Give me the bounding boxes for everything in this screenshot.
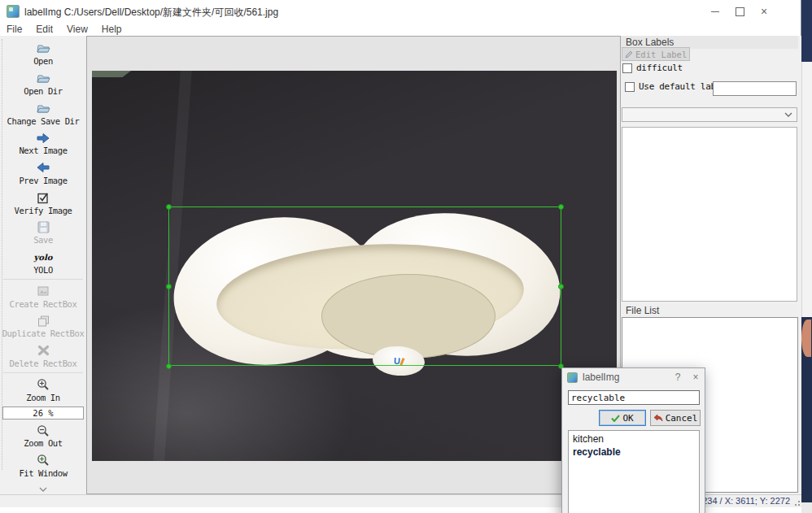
next-image-arrow-icon [37,131,50,145]
background-bottom-corner [801,502,812,513]
label-dialog: labelImg ? × OK Cancel kitchen recyclabl… [561,367,705,513]
bbox-handle-mid-right[interactable] [558,284,564,289]
zoom-out-magnifier-icon [37,424,50,437]
bbox-handle-bottom-left[interactable] [166,363,172,369]
toolbar-label: Zoom Out [24,438,62,448]
menu-help[interactable]: Help [95,24,129,35]
toolbar-label: Fit Window [19,468,67,478]
toolbar-button-change-save-dir[interactable]: Change Save Dir [0,98,86,128]
use-default-label-row: Use default label [625,81,726,92]
bbox-handle-mid-left[interactable] [166,284,172,289]
toolbar-label: Change Save Dir [7,116,80,126]
edit-label-text: Edit Label [635,50,687,59]
use-default-label-checkbox[interactable] [625,82,635,92]
labelimg-app-icon [7,5,20,18]
toolbar-button-create-rectbox[interactable]: Create RectBox [0,281,86,311]
minimize-button[interactable] [703,0,727,23]
toolbar-label: Zoom In [26,393,59,402]
toolbar-button-open-dir[interactable]: Open Dir [0,69,86,99]
box-labels-list[interactable] [622,127,797,302]
verify-check-icon [37,191,50,205]
resize-grip[interactable] [792,498,800,506]
toolbar-button-open[interactable]: Open [0,39,86,69]
toolbar-label: Save [33,235,53,245]
close-icon: × [761,6,767,17]
bbox-handle-top-left[interactable] [166,204,172,210]
toolbar-button-save[interactable]: Save [0,218,86,248]
maximize-icon [736,7,744,16]
open-dir-folder-icon [36,72,50,85]
background-light-middle [801,62,812,317]
toolbar-button-fit-window[interactable]: Fit Window [0,450,86,480]
default-label-input[interactable] [713,81,797,96]
fit-window-magnifier-icon [37,454,50,467]
chevron-down-icon [784,112,792,117]
file-list-header[interactable]: File List [621,304,798,317]
labelimg-dialog-icon [567,372,578,383]
ok-check-icon [611,415,620,422]
dialog-close-button[interactable]: × [687,372,705,383]
toolbar-label: Prev Image [19,176,67,185]
annotation-bbox[interactable] [168,207,561,366]
menu-view[interactable]: View [60,24,95,35]
toolbar-label: Open [33,56,53,66]
menubar: File Edit View Help [0,23,801,36]
difficult-checkbox[interactable] [622,63,632,73]
difficult-label: difficult [636,63,683,73]
toolbar-button-yolo[interactable]: yolo YOLO [0,248,86,278]
difficult-row: difficult [622,63,683,73]
toolbar-button-duplicate-rectbox[interactable]: Duplicate RectBox [0,311,86,341]
background-dark-top [801,0,812,62]
close-button[interactable]: × [752,0,776,23]
ok-button[interactable]: OK [599,410,646,426]
toolbar: Open Open Dir Change Save Dir Next Image [0,36,86,494]
window-title: labelImg C:/Users/Dell/Desktop/新建文件夹/可回收… [24,6,278,20]
toolbar-label: Create RectBox [10,299,77,309]
label-name-input[interactable] [568,390,700,405]
label-choice-list[interactable]: kitchen recyclable [568,430,700,513]
pencil-icon [624,50,634,59]
window-controls: × [703,0,776,23]
background-photo-fragment [801,320,811,357]
menu-file[interactable]: File [0,24,29,35]
label-choice-recyclable[interactable]: recyclable [569,446,699,459]
yolo-icon: yolo [34,250,53,264]
toolbar-label: Open Dir [24,86,62,96]
label-combobox[interactable] [622,107,797,122]
zoom-percentage-input[interactable]: 26 % [2,406,84,420]
toolbar-separator [3,372,83,373]
toolbar-button-zoom-out[interactable]: Zoom Out [0,421,86,451]
toolbar-button-zoom-in[interactable]: Zoom In [0,375,86,405]
toolbar-label: Verify Image [14,206,72,215]
change-save-dir-folder-icon [36,102,50,115]
toolbar-button-delete-rectbox[interactable]: Delete RectBox [0,341,86,372]
toolbar-button-next-image[interactable]: Next Image [0,128,86,159]
duplicate-rectbox-icon [37,314,50,328]
maximize-button[interactable] [727,0,752,23]
dialog-title: labelImg [583,372,669,383]
background-dark-bottom [801,317,812,502]
cancel-label: Cancel [666,413,698,424]
ok-label: OK [622,413,633,424]
delete-rectbox-x-icon [37,344,50,358]
bbox-handle-top-right[interactable] [558,204,564,210]
dialog-help-button[interactable]: ? [669,372,687,383]
toolbar-label: YOLO [33,265,53,275]
toolbar-button-prev-image[interactable]: Prev Image [0,159,86,189]
toolbar-separator [3,279,83,280]
titlebar[interactable]: labelImg C:/Users/Dell/Desktop/新建文件夹/可回收… [0,0,801,23]
cancel-arrow-icon [653,414,663,422]
menu-edit[interactable]: Edit [29,24,60,35]
minimize-icon [711,11,719,12]
open-folder-icon [36,41,50,55]
screen: labelImg C:/Users/Dell/Desktop/新建文件夹/可回收… [0,0,812,513]
annotation-canvas[interactable]: U [86,36,621,494]
toolbar-button-verify-image[interactable]: Verify Image [0,188,86,218]
cancel-button[interactable]: Cancel [650,410,701,426]
dialog-titlebar[interactable]: labelImg ? × [562,368,705,386]
create-rectbox-icon [37,285,50,298]
edit-label-button[interactable]: Edit Label [622,47,690,61]
label-choice-kitchen[interactable]: kitchen [569,433,699,446]
zoom-in-magnifier-icon [37,378,50,392]
toolbar-overflow-chevron-icon[interactable] [39,483,47,494]
